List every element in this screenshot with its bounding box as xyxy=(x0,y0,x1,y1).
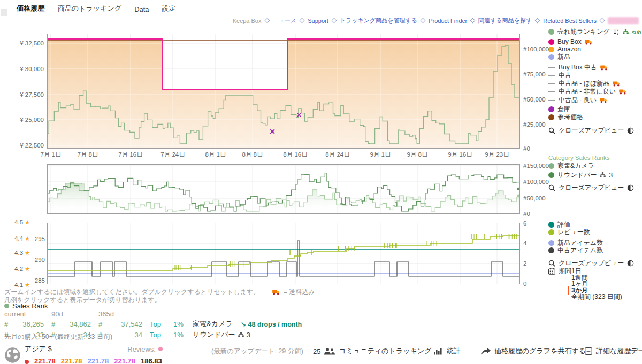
toggle-icon xyxy=(627,184,634,191)
statistics-button[interactable]: 統計 xyxy=(433,346,461,356)
col-header-current: current xyxy=(4,310,51,318)
new-count-swatch xyxy=(548,240,554,246)
legend-review-count[interactable]: レビュー数 xyxy=(548,228,590,237)
category-sales-rank-chart[interactable] xyxy=(47,164,520,214)
legend-used-item-count[interactable]: 中古アイテム数 xyxy=(548,246,603,255)
line-swatch xyxy=(548,91,555,92)
price-value[interactable]: 221.78 xyxy=(88,357,109,364)
top-percent: 1% xyxy=(173,320,193,328)
count-axis-label: 2 xyxy=(523,260,526,267)
star-icon: ★ xyxy=(23,250,30,256)
date-axis-label: 8月 8日 xyxy=(242,151,263,159)
line-swatch xyxy=(548,83,555,84)
sales-rank-swatch xyxy=(548,29,554,35)
nav-product-finder[interactable]: Product Finder xyxy=(429,18,467,24)
price-value[interactable]: 221.78 xyxy=(114,357,135,364)
diamond-icon xyxy=(331,18,337,24)
count-axis-label: 0 xyxy=(523,281,526,287)
nav-support[interactable]: Support xyxy=(308,18,328,24)
tab-settings[interactable]: 設定 xyxy=(156,2,182,16)
count-axis-label: 4 xyxy=(523,240,526,246)
top-label: Top xyxy=(150,331,173,339)
nav-manage-tracking[interactable]: トラッキング商品を管理する xyxy=(340,17,417,25)
closeup-toggle-category[interactable]: クローズアップビュー xyxy=(548,183,634,192)
col-header-90d: 90d xyxy=(51,310,98,318)
date-axis-label: 9月 23日 xyxy=(485,151,509,159)
nav-news[interactable]: ニュース xyxy=(273,17,297,25)
category-name[interactable]: サウンドバー 3 xyxy=(193,330,302,339)
tab-product-tracking[interactable]: 商品のトラッキング xyxy=(51,2,128,16)
legend-used-good[interactable]: 中古品 - 良い xyxy=(548,96,608,105)
top-nav: Keepa Box ニュース Support トラッキング商品を管理する Pro… xyxy=(233,17,639,25)
closeup-toggle-price[interactable]: クローズアップビュー xyxy=(548,126,634,135)
keepa-product-page: 価格履歴 商品のトラッキング Data 設定 Keepa Box ニュース Su… xyxy=(0,0,642,364)
legend-new[interactable]: 新品 xyxy=(548,52,570,61)
svg-text:9: 9 xyxy=(617,28,618,32)
nav-related-best-sellers[interactable]: Related Best Sellers xyxy=(543,18,597,24)
diamond-icon xyxy=(535,18,540,24)
legend-used-very-good[interactable]: 中古品 - 非常に良い xyxy=(548,87,627,96)
price-values: 221.78 221.78 221.78 221.78 186.83 xyxy=(25,357,163,364)
rating-axis-label: 4.5 ★ xyxy=(14,219,30,226)
amazon-swatch xyxy=(548,47,554,52)
tab-bar: 価格履歴 商品のトラッキング Data 設定 xyxy=(0,4,642,16)
date-axis-label: 9月 16日 xyxy=(448,151,472,159)
truck-icon xyxy=(600,97,608,103)
tab-data[interactable]: Data xyxy=(128,4,155,16)
category-rank-axis-label: #50,000 xyxy=(523,195,546,202)
rating-swatch xyxy=(548,222,554,228)
legend-cat-electronics[interactable]: 家電&カメラ xyxy=(548,161,594,171)
calendar-icon xyxy=(548,268,555,275)
rank-axis-label: #0 xyxy=(523,145,530,152)
sitemap-icon xyxy=(238,332,244,338)
truck-icon xyxy=(619,89,627,95)
tab-price-history[interactable]: 価格履歴 xyxy=(10,2,51,16)
warehouse-swatch xyxy=(548,106,554,112)
star-icon: ★ xyxy=(23,266,30,272)
rank-365d: #37,542 xyxy=(98,320,150,328)
review-count-swatch xyxy=(548,229,554,235)
period-option-all[interactable]: 全期間 (323 日間) xyxy=(571,292,622,301)
top-label: Top xyxy=(150,320,173,328)
price-axis-label: ¥ 25,000 xyxy=(20,117,44,123)
review-axis-label: 285 xyxy=(35,277,45,284)
rank-axis-label: #75,000 xyxy=(523,71,546,78)
list-price-swatch xyxy=(548,114,554,120)
price-widget-header: アジア $ Reviews: xyxy=(25,344,163,355)
rating-axis-label: 4.2 ★ xyxy=(14,266,30,273)
legend-cat-soundbar[interactable]: サウンドバー 3 xyxy=(548,171,613,180)
cat1-swatch xyxy=(548,163,554,169)
rating-review-chart[interactable] xyxy=(47,223,520,284)
category-rank-axis-label: #0 xyxy=(523,211,530,217)
sub-rank-sitemap-icon xyxy=(623,29,629,35)
price-history-chart[interactable] xyxy=(47,34,520,149)
legend-list-price[interactable]: 参考価格 xyxy=(548,113,583,122)
price-axis-label: ¥ 30,000 xyxy=(20,66,44,72)
purchases-last-month: 先月の購入: 50+ (最終更新: 33 日前) xyxy=(4,332,112,342)
category-rank-axis-label: #100,000 xyxy=(523,179,549,185)
price-value[interactable]: 186.83 xyxy=(141,357,162,364)
reviews-label[interactable]: Reviews: xyxy=(127,344,163,354)
new-swatch xyxy=(548,54,554,60)
price-axis-label: ¥ 27,500 xyxy=(20,91,44,98)
legend-sales-rank[interactable]: 売れ筋ランキング 91 sub-rank xyxy=(548,27,642,36)
community-tracking-button[interactable]: 25 コミュニティのトラッキング xyxy=(313,346,431,356)
category-name[interactable]: 家電&カメラ ↘ 48 drops / month xyxy=(193,319,302,329)
legend-amazon[interactable]: Amazon xyxy=(548,45,581,53)
last-update-text: (最新のアップデート: 29 分前) xyxy=(211,347,303,356)
price-value[interactable]: 221.78 xyxy=(61,357,82,364)
col-header-365d: 365d xyxy=(98,310,150,318)
nav-related-products[interactable]: 関連する商品を探す xyxy=(478,17,532,25)
region-label[interactable]: アジア $ xyxy=(25,344,52,354)
bottom-divider xyxy=(0,362,642,362)
truck-icon xyxy=(613,81,621,87)
price-value[interactable]: 221.78 xyxy=(34,357,56,364)
diamond-icon xyxy=(600,18,605,24)
legend-buy-box[interactable]: Buy Box xyxy=(548,38,593,45)
share-chart-button[interactable]: 価格履歴のグラフを共有する xyxy=(482,346,586,356)
people-icon xyxy=(324,347,335,355)
date-axis-label: 9月 8日 xyxy=(407,151,428,159)
hide-history-data-button[interactable]: 詳細な履歴データを非表示 xyxy=(585,346,642,356)
star-icon: ★ xyxy=(23,235,30,242)
diamond-icon xyxy=(300,18,305,24)
